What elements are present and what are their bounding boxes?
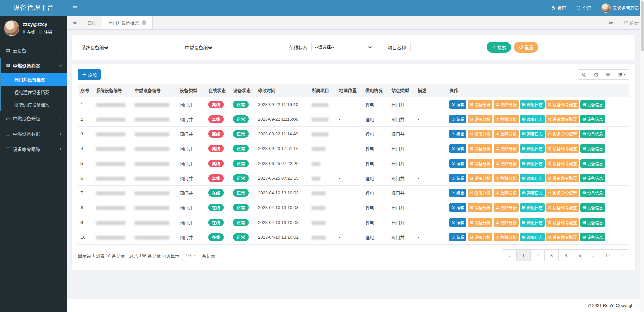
device-analysis-button[interactable]: 设备分析: [468, 115, 492, 123]
device-info-button[interactable]: 设备信息: [580, 189, 605, 197]
device-info-button[interactable]: 设备信息: [580, 233, 605, 241]
page-size-select[interactable]: 10 ▴: [182, 251, 199, 260]
sidebar-item-中燃设备档案[interactable]: 中燃设备档案: [1, 58, 67, 73]
device-info-button[interactable]: 设备信息: [580, 218, 605, 227]
dispatch-log-button[interactable]: 调度日志: [520, 130, 545, 138]
reset-button[interactable]: 重置: [514, 42, 538, 53]
scrollbar[interactable]: [640, 0, 644, 312]
table-refresh-button[interactable]: [590, 69, 602, 80]
sidebar-item-设备命令跟踪[interactable]: 设备命令跟踪: [1, 141, 67, 157]
tab-首页[interactable]: 首页: [81, 16, 102, 29]
scrollbar-thumb[interactable]: [641, 1, 644, 51]
edit-button[interactable]: 编辑: [449, 218, 466, 227]
online-status-select[interactable]: --请选择--: [311, 42, 373, 52]
device-command-config-button[interactable]: 设备命令配置: [546, 189, 579, 197]
device-analysis-button[interactable]: 设备分析: [468, 100, 492, 109]
device-command-config-button[interactable]: 设备命令配置: [546, 130, 579, 138]
sidebar-item-中燃设备升级[interactable]: 中燃设备升级: [1, 111, 67, 126]
page-button-...[interactable]: ...: [587, 249, 601, 261]
device-command-config-button[interactable]: 设备命令配置: [546, 203, 579, 212]
dispatch-log-button[interactable]: 调度日志: [520, 174, 545, 182]
fault-analysis-button[interactable]: 故障分析: [494, 100, 519, 109]
device-analysis-button[interactable]: 设备分析: [468, 203, 492, 212]
fault-analysis-button[interactable]: 故障分析: [494, 174, 519, 182]
dispatch-log-button[interactable]: 调度日志: [520, 233, 545, 241]
user-menu[interactable]: 云设备管理员: [596, 0, 644, 16]
device-command-config-button[interactable]: 设备命令配置: [546, 100, 579, 109]
fault-analysis-button[interactable]: 故障分析: [494, 130, 519, 138]
device-info-button[interactable]: 设备信息: [580, 203, 605, 212]
fullscreen-button[interactable]: 全屏: [571, 0, 596, 16]
project-name-input[interactable]: [410, 42, 468, 52]
page-button-2[interactable]: 2: [530, 249, 545, 261]
device-analysis-button[interactable]: 设备分析: [468, 174, 492, 182]
edit-button[interactable]: 编辑: [449, 100, 466, 109]
table-columns-button[interactable]: ▾: [614, 69, 629, 80]
sidebar-item-中燃设备数据[interactable]: 中燃设备数据: [1, 126, 67, 141]
tab-阀门井设备档案[interactable]: 阀门井设备档案 ✕: [102, 16, 153, 29]
logout-link[interactable]: 注销: [39, 29, 52, 35]
page-button-4[interactable]: 4: [558, 249, 573, 261]
table-detail-view-button[interactable]: [602, 69, 614, 80]
search-button[interactable]: 搜索: [487, 42, 511, 53]
device-command-config-button[interactable]: 设备命令配置: [546, 115, 579, 123]
device-analysis-button[interactable]: 设备分析: [468, 233, 492, 241]
tab-close-icon[interactable]: ✕: [142, 20, 146, 25]
fault-analysis-button[interactable]: 故障分析: [494, 144, 519, 153]
dispatch-log-button[interactable]: 调度日志: [520, 100, 545, 109]
dispatch-log-button[interactable]: 调度日志: [520, 144, 545, 153]
system-device-no-input[interactable]: [113, 42, 170, 52]
device-analysis-button[interactable]: 设备分析: [468, 130, 492, 138]
table-search-button[interactable]: [578, 69, 590, 80]
device-command-config-button[interactable]: 设备命令配置: [546, 144, 579, 153]
tabs-scroll-right-button[interactable]: ▶▶: [604, 16, 618, 29]
device-command-config-button[interactable]: 设备命令配置: [546, 218, 579, 227]
lock-screen-button[interactable]: 锁屏: [546, 0, 571, 16]
device-info-button[interactable]: 设备信息: [580, 144, 605, 153]
edit-button[interactable]: 编辑: [449, 144, 466, 153]
dispatch-log-button[interactable]: 调度日志: [520, 159, 545, 168]
next-page-button[interactable]: ›: [615, 249, 629, 261]
edit-button[interactable]: 编辑: [449, 189, 466, 197]
device-analysis-button[interactable]: 设备分析: [468, 189, 492, 197]
fault-analysis-button[interactable]: 故障分析: [494, 189, 519, 197]
page-button-17[interactable]: 17: [601, 249, 615, 261]
sidebar-toggle-button[interactable]: [67, 0, 84, 16]
sidebar-subitem-拼装远传设备档案[interactable]: 拼装远传设备档案: [1, 98, 67, 111]
device-analysis-button[interactable]: 设备分析: [468, 218, 492, 227]
tabs-scroll-left-button[interactable]: ◀◀: [67, 16, 81, 29]
page-button-3[interactable]: 3: [544, 249, 559, 261]
page-button-5[interactable]: 5: [573, 249, 587, 261]
sidebar-item-云设备[interactable]: 云设备: [1, 43, 67, 58]
edit-button[interactable]: 编辑: [449, 159, 466, 168]
device-info-button[interactable]: 设备信息: [580, 174, 605, 182]
device-command-config-button[interactable]: 设备命令配置: [546, 174, 579, 182]
app-logo[interactable]: 设备管理平台: [0, 0, 67, 16]
prev-page-button[interactable]: ‹: [502, 249, 517, 261]
fault-analysis-button[interactable]: 故障分析: [494, 218, 519, 227]
fault-analysis-button[interactable]: 故障分析: [494, 159, 519, 168]
edit-button[interactable]: 编辑: [449, 130, 466, 138]
device-info-button[interactable]: 设备信息: [580, 100, 605, 109]
fault-analysis-button[interactable]: 故障分析: [494, 233, 519, 241]
sidebar-subitem-锂电远传设备档案[interactable]: 锂电远传设备档案: [1, 86, 67, 98]
edit-button[interactable]: 编辑: [449, 174, 466, 182]
add-button[interactable]: 添加: [78, 69, 101, 80]
edit-button[interactable]: 编辑: [449, 203, 466, 212]
device-info-button[interactable]: 设备信息: [580, 130, 605, 138]
edit-button[interactable]: 编辑: [449, 233, 466, 241]
device-command-config-button[interactable]: 设备命令配置: [546, 159, 579, 168]
device-analysis-button[interactable]: 设备分析: [468, 144, 492, 153]
page-button-1[interactable]: 1: [516, 249, 531, 261]
device-info-button[interactable]: 设备信息: [580, 159, 605, 168]
dispatch-log-button[interactable]: 调度日志: [520, 218, 545, 227]
device-analysis-button[interactable]: 设备分析: [468, 159, 492, 168]
fault-analysis-button[interactable]: 故障分析: [494, 115, 519, 123]
dispatch-log-button[interactable]: 调度日志: [520, 115, 545, 123]
dispatch-log-button[interactable]: 调度日志: [520, 189, 545, 197]
device-info-button[interactable]: 设备信息: [580, 115, 605, 123]
fault-analysis-button[interactable]: 故障分析: [494, 203, 519, 212]
sidebar-subitem-阀门井设备档案[interactable]: 阀门井设备档案: [1, 73, 67, 86]
zhongran-device-no-input[interactable]: [217, 42, 274, 52]
edit-button[interactable]: 编辑: [449, 115, 466, 123]
